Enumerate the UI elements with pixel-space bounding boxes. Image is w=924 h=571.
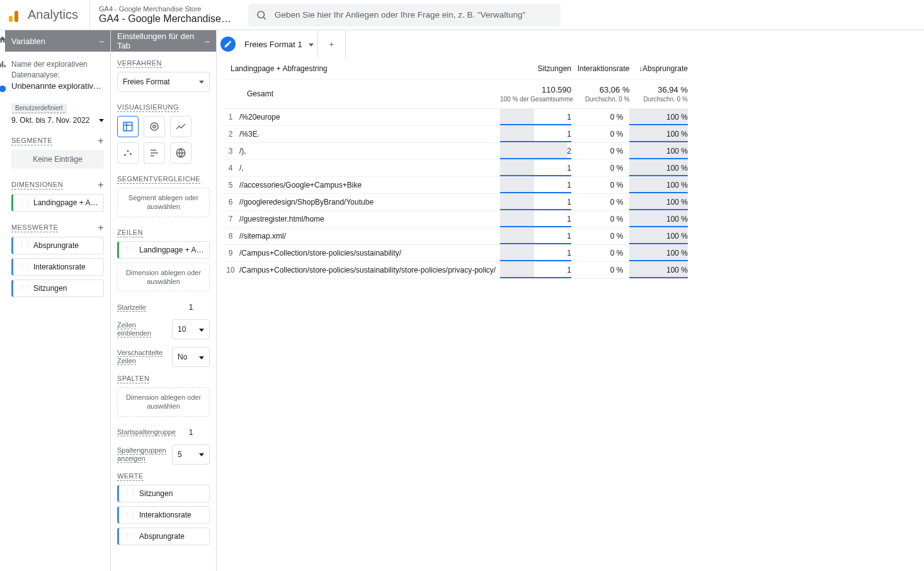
- row-index: 4: [222, 164, 239, 172]
- colg-show-select[interactable]: 5: [172, 444, 210, 465]
- search-wrap: [241, 4, 568, 26]
- startrow-value[interactable]: 1: [172, 303, 210, 312]
- dimension-chip[interactable]: ⋮⋮ Landingpage + Abfr...: [11, 194, 104, 212]
- collapse-icon[interactable]: –: [100, 37, 104, 46]
- header-sessions[interactable]: Sitzungen: [500, 58, 571, 79]
- rows-dropzone[interactable]: Dimension ablegen oder auswählen: [117, 263, 210, 292]
- header-bounce[interactable]: ↓Absprungrate: [629, 58, 688, 79]
- nested-label: Verschachtelte Zeilen: [117, 349, 163, 365]
- row-bounce: 100 %: [629, 126, 688, 143]
- chevron-down-icon: [197, 77, 204, 86]
- viz-line-icon[interactable]: [170, 116, 191, 137]
- edit-tab-icon[interactable]: [220, 37, 236, 52]
- row-engagement: 0 %: [571, 108, 630, 126]
- add-segment-button[interactable]: +: [98, 136, 104, 146]
- analytics-logo-icon: [9, 8, 23, 22]
- row-index: 3: [222, 147, 239, 155]
- exploration-name[interactable]: Name der explorativen Datenanalyse: Unbe…: [11, 59, 104, 92]
- table-row[interactable]: 1/%20europe10 %100 %: [222, 108, 688, 126]
- row-dimension-cell: 3/),: [222, 143, 500, 160]
- drag-handle-icon: ⋮⋮: [18, 284, 30, 292]
- svg-line-1: [264, 17, 266, 19]
- row-dimension-cell: 1/%20europe: [222, 109, 500, 126]
- chevron-down-icon: [197, 325, 204, 334]
- add-dimension-button[interactable]: +: [98, 180, 104, 190]
- rows-chip[interactable]: ⋮⋮Landingpage + Abfr...: [117, 241, 210, 259]
- property-path: GA4 - Google Merchandise Store: [99, 5, 232, 13]
- showrows-label: Zeilen einblenden: [117, 321, 151, 337]
- row-sessions: 1: [500, 126, 571, 143]
- search-bar[interactable]: [248, 4, 561, 26]
- visualization-label: VISUALISIERUNG: [117, 103, 179, 112]
- row-dimension-cell: 8//sitemap.xml/: [222, 228, 500, 245]
- viz-donut-icon[interactable]: [144, 116, 165, 137]
- technique-select[interactable]: Freies Format: [117, 72, 210, 92]
- svg-point-12: [127, 150, 129, 152]
- metric-chip[interactable]: ⋮⋮Interaktionsrate: [11, 258, 104, 276]
- header-dimension[interactable]: Landingpage + Abfragestring: [222, 58, 500, 79]
- viz-table-icon[interactable]: [117, 116, 139, 137]
- drag-handle-icon: ⋮⋮: [124, 246, 135, 254]
- explore-tab[interactable]: Freies Format 1: [241, 30, 318, 58]
- segment-dropzone[interactable]: Segment ablegen oder auswählen: [117, 188, 210, 217]
- row-engagement: 0 %: [571, 126, 630, 143]
- nested-select[interactable]: No: [172, 347, 210, 367]
- svg-point-13: [130, 153, 132, 155]
- row-index: 8: [222, 232, 239, 240]
- search-input[interactable]: [273, 9, 553, 20]
- segment-compare-label: SEGMENTVERGLEICHE: [117, 175, 200, 184]
- row-sessions: 1: [500, 160, 571, 177]
- svg-rect-2: [0, 64, 1, 67]
- drag-handle-icon: ⋮⋮: [18, 263, 30, 271]
- tab-settings-panel: Einstellungen für den Tab – VERFAHREN Fr…: [111, 30, 217, 571]
- showrows-select[interactable]: 10: [172, 319, 210, 339]
- table-row[interactable]: 10/Campus+Collection/store-policies/sust…: [222, 262, 688, 279]
- value-chip[interactable]: ⋮⋮Sitzungen: [117, 485, 210, 502]
- metrics-label: MESSWERTE: [11, 223, 58, 232]
- startcolg-label: Startspaltengruppe: [117, 428, 176, 436]
- collapse-icon[interactable]: –: [205, 37, 210, 46]
- property-selector[interactable]: GA4 - Google Merchandise Store GA4 - Goo…: [89, 1, 241, 28]
- row-sessions: 1: [500, 108, 571, 126]
- summary-label: Gesamt: [222, 79, 500, 108]
- add-tab-button[interactable]: +: [318, 30, 346, 58]
- header-engagement[interactable]: Interaktionsrate: [571, 58, 630, 79]
- viz-scatter-icon[interactable]: [117, 142, 139, 164]
- table-row[interactable]: 6//googleredesign/ShopByBrand/Youtube10 …: [222, 194, 688, 211]
- svg-point-0: [258, 11, 265, 18]
- viz-bar-icon[interactable]: [144, 142, 165, 164]
- row-dimension: //guestregister.html/home: [239, 215, 500, 223]
- metric-chip[interactable]: ⋮⋮Sitzungen: [11, 280, 104, 297]
- row-dimension-cell: 4/,: [222, 160, 500, 177]
- explore-canvas: Freies Format 1 + Landingpage + Abfrages…: [217, 30, 924, 571]
- table-row[interactable]: 3/),20 %100 %: [222, 143, 688, 160]
- cols-dropzone[interactable]: Dimension ablegen oder auswählen: [117, 387, 210, 417]
- row-bounce: 100 %: [629, 177, 688, 194]
- date-range-picker[interactable]: Benutzerdefiniert 9. Okt. bis 7. Nov. 20…: [11, 103, 104, 125]
- table-row[interactable]: 2/%3E.10 %100 %: [222, 126, 688, 143]
- drag-handle-icon: ⋮⋮: [124, 489, 135, 497]
- row-engagement: 0 %: [571, 211, 630, 228]
- tab-settings-header: Einstellungen für den Tab –: [111, 30, 216, 52]
- technique-label: VERFAHREN: [117, 59, 162, 68]
- table-row[interactable]: 5//accessories/Google+Campus+Bike10 %100…: [222, 177, 688, 194]
- add-metric-button[interactable]: +: [98, 223, 104, 233]
- table-row[interactable]: 7//guestregister.html/home10 %100 %: [222, 211, 688, 228]
- segments-label: SEGMENTE: [11, 137, 52, 145]
- row-index: 1: [222, 113, 239, 122]
- metric-chip[interactable]: ⋮⋮Absprungrate: [11, 237, 104, 254]
- row-engagement: 0 %: [571, 194, 630, 211]
- chevron-down-icon: [197, 353, 204, 361]
- viz-geo-icon[interactable]: [170, 142, 191, 164]
- value-chip[interactable]: ⋮⋮Interaktionsrate: [117, 506, 210, 524]
- table-row[interactable]: 9/Campus+Collection/store-policies/susta…: [222, 245, 688, 262]
- variables-panel: Variablen – Name der explorativen Datena…: [5, 30, 111, 571]
- table-row[interactable]: 4/,10 %100 %: [222, 160, 688, 177]
- table-row[interactable]: 8//sitemap.xml/10 %100 %: [222, 228, 688, 245]
- colg-show-label: Spaltengruppen anzeigen: [117, 446, 166, 463]
- value-chip[interactable]: ⋮⋮Absprungrate: [117, 528, 210, 545]
- startcolg-value[interactable]: 1: [172, 428, 210, 437]
- brand-lockup[interactable]: Analytics: [0, 8, 89, 22]
- values-label: WERTE: [117, 472, 144, 481]
- dimensions-label: DIMENSIONEN: [11, 181, 63, 189]
